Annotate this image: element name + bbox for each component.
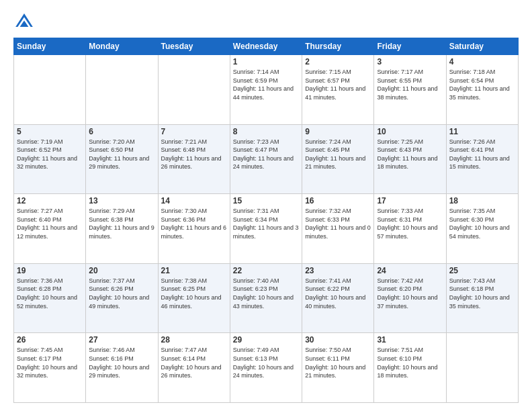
day-info: Sunrise: 7:26 AM Sunset: 6:41 PM Dayligh…	[449, 138, 515, 171]
day-number: 22	[233, 266, 299, 275]
week-row-5: 26Sunrise: 7:45 AM Sunset: 6:17 PM Dayli…	[14, 333, 519, 403]
calendar-cell: 21Sunrise: 7:38 AM Sunset: 6:25 PM Dayli…	[158, 263, 230, 333]
day-number: 26	[17, 335, 83, 345]
day-info: Sunrise: 7:23 AM Sunset: 6:47 PM Dayligh…	[233, 138, 299, 171]
day-info: Sunrise: 7:19 AM Sunset: 6:52 PM Dayligh…	[17, 138, 83, 171]
day-number: 24	[377, 266, 443, 275]
weekday-header-saturday: Saturday	[446, 38, 518, 55]
day-number: 11	[449, 127, 515, 136]
weekday-header-sunday: Sunday	[14, 38, 86, 55]
calendar-cell: 16Sunrise: 7:32 AM Sunset: 6:33 PM Dayli…	[302, 194, 374, 264]
calendar-cell: 14Sunrise: 7:30 AM Sunset: 6:36 PM Dayli…	[158, 194, 230, 264]
day-info: Sunrise: 7:45 AM Sunset: 6:17 PM Dayligh…	[17, 346, 83, 379]
day-number: 10	[377, 127, 443, 136]
calendar-cell: 25Sunrise: 7:43 AM Sunset: 6:18 PM Dayli…	[446, 263, 518, 333]
week-row-4: 19Sunrise: 7:36 AM Sunset: 6:28 PM Dayli…	[14, 263, 519, 333]
day-number: 23	[305, 266, 371, 275]
calendar-table: SundayMondayTuesdayWednesdayThursdayFrid…	[13, 38, 519, 403]
calendar-cell: 7Sunrise: 7:21 AM Sunset: 6:48 PM Daylig…	[158, 124, 230, 194]
calendar-cell: 9Sunrise: 7:24 AM Sunset: 6:45 PM Daylig…	[302, 124, 374, 194]
day-number: 7	[161, 127, 227, 136]
calendar-cell	[86, 55, 158, 125]
day-info: Sunrise: 7:33 AM Sunset: 6:31 PM Dayligh…	[377, 207, 443, 240]
calendar-cell: 12Sunrise: 7:27 AM Sunset: 6:40 PM Dayli…	[14, 194, 86, 264]
calendar-cell: 29Sunrise: 7:49 AM Sunset: 6:13 PM Dayli…	[230, 333, 302, 403]
calendar-cell: 1Sunrise: 7:14 AM Sunset: 6:59 PM Daylig…	[230, 55, 302, 125]
calendar-cell: 30Sunrise: 7:50 AM Sunset: 6:11 PM Dayli…	[302, 333, 374, 403]
day-number: 20	[89, 266, 154, 275]
calendar-cell: 31Sunrise: 7:51 AM Sunset: 6:10 PM Dayli…	[374, 333, 446, 403]
day-number: 15	[233, 196, 299, 205]
day-number: 13	[89, 196, 154, 205]
calendar-cell: 20Sunrise: 7:37 AM Sunset: 6:26 PM Dayli…	[86, 263, 158, 333]
calendar-cell: 5Sunrise: 7:19 AM Sunset: 6:52 PM Daylig…	[14, 124, 86, 194]
weekday-header-row: SundayMondayTuesdayWednesdayThursdayFrid…	[14, 38, 519, 55]
calendar-cell: 6Sunrise: 7:20 AM Sunset: 6:50 PM Daylig…	[86, 124, 158, 194]
day-info: Sunrise: 7:30 AM Sunset: 6:36 PM Dayligh…	[161, 207, 227, 240]
week-row-1: 1Sunrise: 7:14 AM Sunset: 6:59 PM Daylig…	[14, 55, 519, 125]
calendar-cell: 10Sunrise: 7:25 AM Sunset: 6:43 PM Dayli…	[374, 124, 446, 194]
week-row-2: 5Sunrise: 7:19 AM Sunset: 6:52 PM Daylig…	[14, 124, 519, 194]
day-info: Sunrise: 7:42 AM Sunset: 6:20 PM Dayligh…	[377, 277, 443, 310]
page: SundayMondayTuesdayWednesdayThursdayFrid…	[0, 0, 532, 411]
calendar-cell: 27Sunrise: 7:46 AM Sunset: 6:16 PM Dayli…	[86, 333, 158, 403]
calendar-cell: 2Sunrise: 7:15 AM Sunset: 6:57 PM Daylig…	[302, 55, 374, 125]
day-info: Sunrise: 7:20 AM Sunset: 6:50 PM Dayligh…	[89, 138, 154, 171]
calendar-cell: 28Sunrise: 7:47 AM Sunset: 6:14 PM Dayli…	[158, 333, 230, 403]
day-number: 17	[377, 196, 443, 205]
day-info: Sunrise: 7:38 AM Sunset: 6:25 PM Dayligh…	[161, 277, 227, 310]
day-info: Sunrise: 7:49 AM Sunset: 6:13 PM Dayligh…	[233, 346, 299, 379]
day-info: Sunrise: 7:31 AM Sunset: 6:34 PM Dayligh…	[233, 207, 299, 240]
day-info: Sunrise: 7:21 AM Sunset: 6:48 PM Dayligh…	[161, 138, 227, 171]
day-info: Sunrise: 7:35 AM Sunset: 6:30 PM Dayligh…	[449, 207, 515, 240]
day-info: Sunrise: 7:14 AM Sunset: 6:59 PM Dayligh…	[233, 68, 299, 101]
day-info: Sunrise: 7:40 AM Sunset: 6:23 PM Dayligh…	[233, 277, 299, 310]
logo	[13, 11, 38, 32]
day-info: Sunrise: 7:18 AM Sunset: 6:54 PM Dayligh…	[449, 68, 515, 101]
calendar-cell: 19Sunrise: 7:36 AM Sunset: 6:28 PM Dayli…	[14, 263, 86, 333]
day-number: 30	[305, 335, 371, 345]
day-info: Sunrise: 7:47 AM Sunset: 6:14 PM Dayligh…	[161, 346, 227, 379]
day-number: 19	[17, 266, 83, 275]
calendar-cell: 4Sunrise: 7:18 AM Sunset: 6:54 PM Daylig…	[446, 55, 518, 125]
day-number: 16	[305, 196, 371, 205]
day-number: 2	[305, 57, 371, 66]
day-number: 8	[233, 127, 299, 136]
calendar-cell: 13Sunrise: 7:29 AM Sunset: 6:38 PM Dayli…	[86, 194, 158, 264]
day-info: Sunrise: 7:37 AM Sunset: 6:26 PM Dayligh…	[89, 277, 154, 310]
day-info: Sunrise: 7:25 AM Sunset: 6:43 PM Dayligh…	[377, 138, 443, 171]
calendar-cell: 26Sunrise: 7:45 AM Sunset: 6:17 PM Dayli…	[14, 333, 86, 403]
calendar-cell	[14, 55, 86, 125]
weekday-header-monday: Monday	[86, 38, 158, 55]
weekday-header-wednesday: Wednesday	[230, 38, 302, 55]
day-number: 4	[449, 57, 515, 66]
day-number: 5	[17, 127, 83, 136]
calendar-cell: 3Sunrise: 7:17 AM Sunset: 6:55 PM Daylig…	[374, 55, 446, 125]
day-number: 14	[161, 196, 227, 205]
logo-icon	[13, 11, 35, 32]
calendar-cell: 17Sunrise: 7:33 AM Sunset: 6:31 PM Dayli…	[374, 194, 446, 264]
calendar-cell	[158, 55, 230, 125]
calendar-cell: 11Sunrise: 7:26 AM Sunset: 6:41 PM Dayli…	[446, 124, 518, 194]
day-number: 31	[377, 335, 443, 345]
week-row-3: 12Sunrise: 7:27 AM Sunset: 6:40 PM Dayli…	[14, 194, 519, 264]
weekday-header-friday: Friday	[374, 38, 446, 55]
day-info: Sunrise: 7:46 AM Sunset: 6:16 PM Dayligh…	[89, 346, 154, 379]
day-info: Sunrise: 7:29 AM Sunset: 6:38 PM Dayligh…	[89, 207, 154, 240]
day-info: Sunrise: 7:15 AM Sunset: 6:57 PM Dayligh…	[305, 68, 371, 101]
day-info: Sunrise: 7:36 AM Sunset: 6:28 PM Dayligh…	[17, 277, 83, 310]
day-number: 29	[233, 335, 299, 345]
day-number: 25	[449, 266, 515, 275]
day-info: Sunrise: 7:43 AM Sunset: 6:18 PM Dayligh…	[449, 277, 515, 310]
day-info: Sunrise: 7:32 AM Sunset: 6:33 PM Dayligh…	[305, 207, 371, 240]
day-number: 27	[89, 335, 154, 345]
day-number: 1	[233, 57, 299, 66]
weekday-header-tuesday: Tuesday	[158, 38, 230, 55]
day-number: 18	[449, 196, 515, 205]
day-info: Sunrise: 7:24 AM Sunset: 6:45 PM Dayligh…	[305, 138, 371, 171]
day-info: Sunrise: 7:27 AM Sunset: 6:40 PM Dayligh…	[17, 207, 83, 240]
header	[13, 11, 519, 32]
calendar-cell	[446, 333, 518, 403]
weekday-header-thursday: Thursday	[302, 38, 374, 55]
day-info: Sunrise: 7:50 AM Sunset: 6:11 PM Dayligh…	[305, 346, 371, 379]
